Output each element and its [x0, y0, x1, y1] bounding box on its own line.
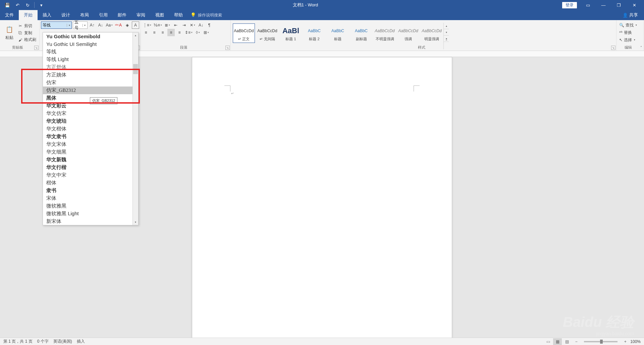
style-more[interactable]: ▾̲: [444, 36, 449, 42]
save-button[interactable]: 💾: [3, 1, 11, 9]
replace-button[interactable]: ᵃᵇ替换: [618, 29, 642, 36]
style-item[interactable]: AaBbCcDd明显强调: [421, 23, 443, 43]
font-option[interactable]: 等线: [43, 48, 132, 56]
style-scroll-down[interactable]: ▾: [444, 29, 449, 36]
view-web-button[interactable]: ▤: [562, 338, 571, 345]
close-button[interactable]: ✕: [627, 0, 642, 10]
maximize-button[interactable]: ❐: [611, 0, 627, 10]
paste-button[interactable]: 📋 粘贴: [1, 21, 17, 43]
font-option[interactable]: 方正舒体: [43, 63, 132, 71]
style-item[interactable]: AaBbCcDd↵ 无间隔: [256, 23, 278, 43]
zoom-slider[interactable]: [584, 341, 618, 342]
tab-design[interactable]: 设计: [56, 10, 75, 20]
shading-button[interactable]: ◊: [194, 29, 202, 36]
decrease-indent-button[interactable]: ⇤: [172, 21, 179, 29]
tab-help[interactable]: 帮助: [169, 10, 188, 20]
show-marks-button[interactable]: ¶: [206, 21, 213, 29]
font-option[interactable]: Yu Gothic UI Semibold: [43, 33, 132, 40]
numbering-button[interactable]: ⅓≡: [153, 21, 163, 29]
find-button[interactable]: 🔍查找▾: [618, 21, 642, 29]
paragraph-launcher[interactable]: ↘: [225, 46, 230, 50]
align-center-button[interactable]: ≡: [151, 29, 158, 36]
font-option[interactable]: 华文仿宋: [43, 110, 132, 117]
sort-button[interactable]: A↓: [197, 21, 205, 29]
style-item[interactable]: AaBbCcDd不明显强调: [374, 23, 396, 43]
multilevel-list-button[interactable]: ≣: [164, 21, 171, 29]
font-option[interactable]: 华文中宋: [43, 171, 132, 179]
clear-formatting-button[interactable]: ◈: [123, 21, 131, 29]
style-scroll-up[interactable]: ▴: [444, 23, 449, 29]
character-border-button[interactable]: A: [132, 21, 139, 29]
font-option[interactable]: 新宋体: [43, 218, 132, 225]
shrink-font-button[interactable]: A↓: [97, 21, 104, 29]
zoom-thumb[interactable]: [600, 340, 603, 344]
ribbon-display-icon[interactable]: ▭: [580, 0, 596, 10]
font-option[interactable]: 黑体: [43, 94, 132, 102]
font-option[interactable]: 华文隶书: [43, 133, 132, 140]
styles-launcher[interactable]: ↘: [611, 46, 615, 50]
borders-button[interactable]: ⊞: [203, 29, 210, 36]
redo-button[interactable]: ↻: [23, 1, 32, 9]
font-scrollbar[interactable]: ▴ ▾: [132, 33, 138, 225]
scroll-up-button[interactable]: ▴: [133, 33, 138, 38]
tab-references[interactable]: 引用: [94, 10, 113, 20]
share-button[interactable]: 👤共享: [616, 12, 644, 18]
qat-customize-icon[interactable]: ▾: [37, 1, 45, 9]
tell-me-search[interactable]: 操作说明搜索: [198, 12, 222, 18]
login-button[interactable]: 登录: [562, 2, 577, 8]
format-painter-button[interactable]: 🖌格式刷: [17, 37, 36, 43]
collapse-ribbon-button[interactable]: ˄: [640, 46, 642, 49]
chevron-down-icon[interactable]: ▾: [67, 24, 71, 27]
asian-layout-button[interactable]: ✕: [189, 21, 196, 29]
clipboard-launcher[interactable]: ↘: [34, 46, 39, 50]
font-option[interactable]: 华文彩云: [43, 102, 132, 110]
font-option[interactable]: 华文行楷: [43, 164, 132, 171]
cut-button[interactable]: ✂剪切: [17, 23, 36, 29]
font-option[interactable]: Yu Gothic UI Semilight: [43, 40, 132, 48]
font-option[interactable]: 华文新魏: [43, 156, 132, 164]
style-item[interactable]: AaBbC标题 2: [303, 23, 325, 43]
minimize-button[interactable]: —: [596, 0, 611, 10]
font-name-combo[interactable]: 等线 ▾: [41, 21, 72, 29]
zoom-level[interactable]: 100%: [630, 339, 641, 344]
font-list[interactable]: Yu Gothic UI SemiboldYu Gothic UI Semili…: [43, 33, 132, 225]
tab-review[interactable]: 审阅: [131, 10, 150, 20]
select-button[interactable]: ↖选择▾: [618, 36, 642, 44]
font-option[interactable]: 华文楷体: [43, 125, 132, 133]
distribute-button[interactable]: ≡: [176, 29, 183, 36]
justify-button[interactable]: ≡: [167, 29, 175, 36]
font-option[interactable]: 华文琥珀: [43, 117, 132, 125]
style-item[interactable]: AaBl标题 1: [280, 23, 302, 43]
bullets-button[interactable]: ⋮≡: [142, 21, 152, 29]
font-option[interactable]: 楷体: [43, 179, 132, 187]
font-option[interactable]: 华文宋体: [43, 140, 132, 148]
status-page[interactable]: 第 1 页，共 1 页: [3, 339, 33, 344]
align-right-button[interactable]: ≡: [159, 29, 166, 36]
view-read-button[interactable]: ▭: [544, 338, 552, 345]
font-size-combo[interactable]: 五号 ▾: [73, 21, 88, 29]
tab-insert[interactable]: 插入: [38, 10, 56, 20]
font-option[interactable]: 等线 Light: [43, 56, 132, 63]
style-item[interactable]: AaBbC标题: [327, 23, 349, 43]
tab-mailings[interactable]: 邮件: [113, 10, 131, 20]
document-page[interactable]: ↵: [192, 57, 452, 338]
status-language[interactable]: 英语(美国): [53, 339, 72, 344]
font-option[interactable]: 仿宋_GB2312: [43, 87, 132, 94]
line-spacing-button[interactable]: ⇕≡: [184, 29, 193, 36]
copy-button[interactable]: ⿻复制: [17, 30, 36, 36]
change-case-button[interactable]: Aa: [105, 21, 113, 29]
status-mode[interactable]: 插入: [77, 339, 85, 344]
tab-layout[interactable]: 布局: [75, 10, 94, 20]
tab-home[interactable]: 开始: [19, 10, 38, 20]
status-word-count[interactable]: 0 个字: [37, 339, 49, 344]
grow-font-button[interactable]: A↑: [89, 21, 96, 29]
chevron-down-icon[interactable]: ▾: [83, 24, 87, 27]
style-item[interactable]: AaBbCcDd强调: [397, 23, 419, 43]
font-option[interactable]: 宋体: [43, 194, 132, 202]
font-option[interactable]: 仿宋: [43, 79, 132, 87]
font-option[interactable]: 华文细黑: [43, 148, 132, 156]
tab-view[interactable]: 视图: [150, 10, 169, 20]
font-option[interactable]: 微软雅黑: [43, 202, 132, 210]
scroll-down-button[interactable]: ▾: [133, 219, 138, 225]
scroll-thumb[interactable]: [133, 64, 138, 74]
